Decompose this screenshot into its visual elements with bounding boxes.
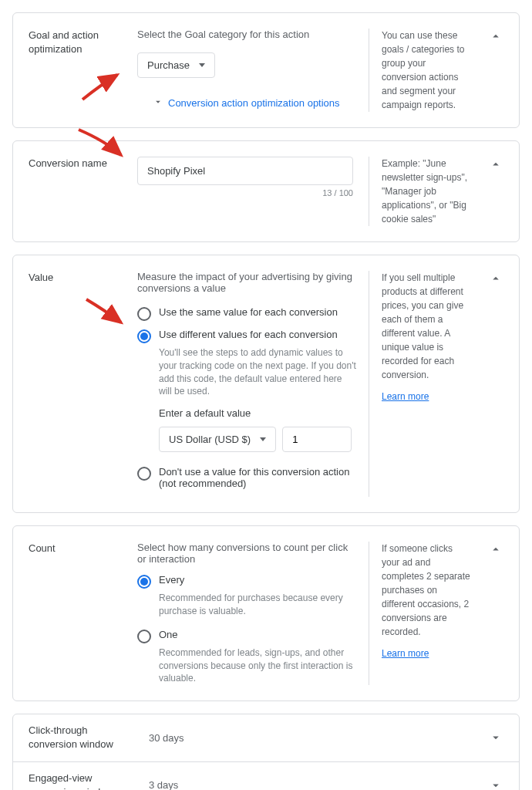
radio-diff-value-label: Use different values for each conversion <box>159 329 338 340</box>
collapse-icon[interactable] <box>488 542 503 557</box>
goal-title: Goal and action optimization <box>29 29 125 112</box>
conversion-name-input[interactable] <box>137 157 353 185</box>
count-hint: Select how many conversions to count per… <box>137 542 356 565</box>
optimization-options-label: Conversion action optimization options <box>168 97 340 109</box>
optimization-options-toggle[interactable]: Conversion action optimization options <box>153 96 340 110</box>
collapsed-settings-group: Click-through conversion window 30 days … <box>12 714 520 790</box>
click-through-window-row[interactable]: Click-through conversion window 30 days <box>13 714 519 761</box>
count-every-desc: Recommended for purchases because every … <box>159 592 356 618</box>
radio-count-one[interactable] <box>137 630 151 643</box>
count-help-text: If someone clicks your ad and completes … <box>382 543 470 637</box>
radio-no-value[interactable] <box>137 467 151 481</box>
radio-same-value-label: Use the same value for each conversion <box>159 306 338 318</box>
radio-no-value-label: Don't use a value for this conversion ac… <box>159 466 356 489</box>
radio-diff-value[interactable] <box>137 329 151 343</box>
goal-help-text: You can use these goals / categories to … <box>369 29 473 112</box>
radio-count-one-label: One <box>159 629 178 640</box>
count-title: Count <box>29 542 125 685</box>
click-through-value: 30 days <box>149 732 476 744</box>
engaged-view-label: Engaged-view conversion window <box>29 771 136 790</box>
dropdown-triangle-icon <box>199 63 205 67</box>
value-hint: Measure the impact of your advertising b… <box>137 271 356 294</box>
goal-hint: Select the Goal category for this action <box>137 29 356 40</box>
currency-value: US Dollar (USD $) <box>169 434 251 445</box>
collapse-icon[interactable] <box>488 271 503 286</box>
dropdown-triangle-icon <box>260 437 266 441</box>
collapse-icon[interactable] <box>488 29 503 44</box>
default-value-input[interactable] <box>282 427 352 452</box>
name-help-text: Example: "June newsletter sign-ups", "Ma… <box>369 157 473 226</box>
value-card: Value Measure the impact of your adverti… <box>12 255 520 513</box>
count-one-desc: Recommended for leads, sign-ups, and oth… <box>159 647 356 685</box>
radio-same-value[interactable] <box>137 307 151 321</box>
expand-icon <box>488 730 503 745</box>
radio-count-every-label: Every <box>159 574 184 586</box>
engaged-view-value: 3 days <box>149 779 476 790</box>
value-title: Value <box>29 271 125 497</box>
count-learn-more-link[interactable]: Learn more <box>382 647 429 660</box>
default-value-label: Enter a default value <box>159 407 356 419</box>
value-learn-more-link[interactable]: Learn more <box>382 390 429 403</box>
diff-value-desc: You'll see the steps to add dynamic valu… <box>159 346 356 398</box>
expand-icon <box>488 778 503 790</box>
engaged-view-window-row[interactable]: Engaged-view conversion window 3 days <box>13 762 519 790</box>
conversion-name-card: Conversion name 13 / 100 Example: "June … <box>12 140 520 242</box>
currency-select[interactable]: US Dollar (USD $) <box>159 427 276 452</box>
value-help-text: If you sell multiple products at differe… <box>382 272 463 380</box>
chevron-down-icon <box>153 96 163 110</box>
name-title: Conversion name <box>29 157 125 226</box>
goal-category-value: Purchase <box>147 59 190 71</box>
click-through-label: Click-through conversion window <box>29 724 136 751</box>
count-card: Count Select how many conversions to cou… <box>12 525 520 701</box>
goal-card: Goal and action optimization Select the … <box>12 12 520 128</box>
goal-category-select[interactable]: Purchase <box>137 52 215 78</box>
collapse-icon[interactable] <box>488 157 503 172</box>
char-counter: 13 / 100 <box>137 188 353 198</box>
radio-count-every[interactable] <box>137 575 151 589</box>
